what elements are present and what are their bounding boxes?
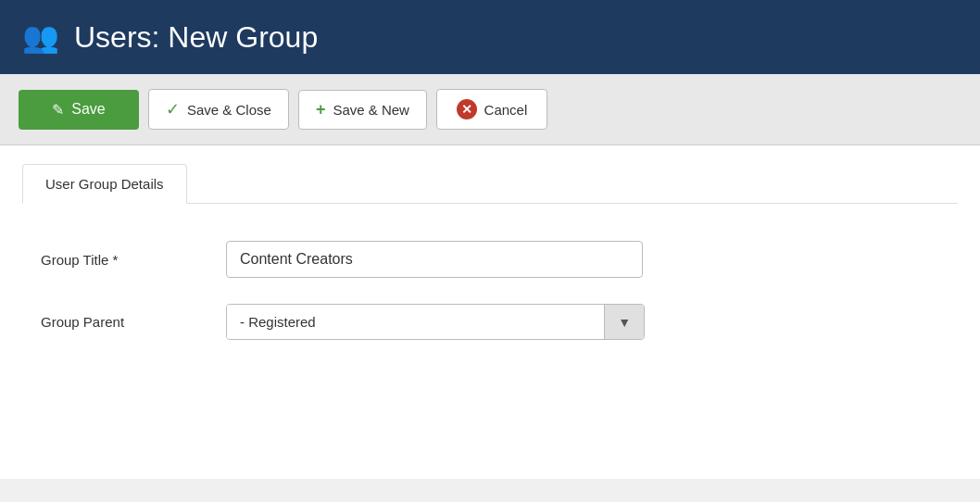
form-section: Group Title * Group Parent - Registered …	[22, 232, 958, 375]
page-title: Users: New Group	[74, 20, 318, 55]
users-icon: 👥	[22, 19, 59, 55]
content-area: User Group Details Group Title * Group P…	[0, 145, 980, 479]
save-edit-icon: ✎	[52, 101, 64, 119]
page-header: 👥 Users: New Group	[0, 0, 980, 74]
group-parent-label: Group Parent	[41, 314, 226, 330]
group-parent-select-wrapper: - Registered - Public - Guest - Manager …	[226, 304, 645, 340]
save-close-button[interactable]: ✓ Save & Close	[148, 89, 289, 130]
group-title-row: Group Title *	[41, 241, 939, 278]
group-parent-dropdown-button[interactable]: ▼	[604, 305, 644, 339]
group-title-label: Group Title *	[41, 252, 226, 268]
cancel-icon: ✕	[457, 99, 477, 119]
save-new-button[interactable]: + Save & New	[298, 90, 427, 130]
save-button[interactable]: ✎ Save	[19, 90, 139, 130]
group-title-input[interactable]	[226, 241, 643, 278]
group-parent-select[interactable]: - Registered - Public - Guest - Manager …	[227, 305, 604, 339]
chevron-down-icon: ▼	[618, 315, 631, 330]
cancel-button[interactable]: ✕ Cancel	[436, 89, 547, 130]
group-parent-row: Group Parent - Registered - Public - Gue…	[41, 304, 939, 340]
plus-icon: +	[316, 100, 326, 119]
check-icon: ✓	[166, 99, 180, 119]
toolbar: ✎ Save ✓ Save & Close + Save & New ✕ Can…	[0, 74, 980, 145]
tabs-bar: User Group Details	[22, 164, 958, 204]
tab-user-group-details[interactable]: User Group Details	[22, 164, 187, 204]
